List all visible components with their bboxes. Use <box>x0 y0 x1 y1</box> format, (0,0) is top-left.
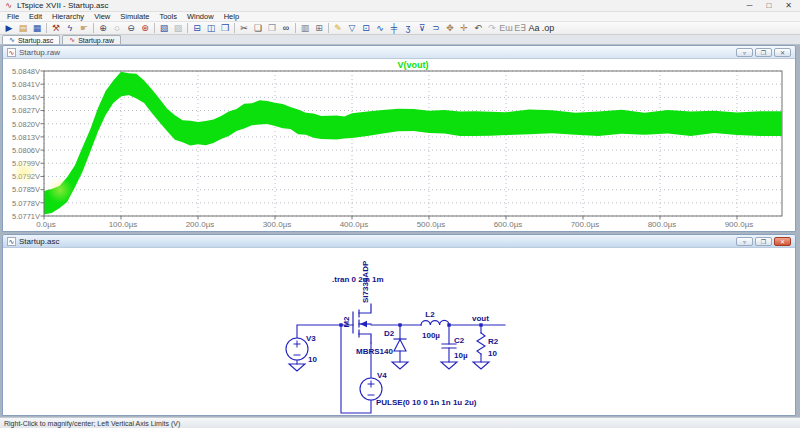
run-icon[interactable]: ▶ <box>2 22 16 34</box>
menu-tools[interactable]: Tools <box>154 12 182 21</box>
plot-border <box>44 71 782 216</box>
text-icon[interactable]: Aa <box>527 22 541 34</box>
status-text: Right-Click to magnify/center; Left Vert… <box>4 420 180 427</box>
save-icon[interactable]: ▦ <box>30 22 44 34</box>
run-man-icon[interactable]: ϟ <box>63 22 77 34</box>
tab-startup-raw[interactable]: ∿Startup.raw <box>62 35 121 44</box>
y-tick-label: 5.0792V <box>12 172 40 181</box>
zoom-back-icon[interactable]: ◌ <box>110 22 124 34</box>
toolbar-separator <box>295 23 296 33</box>
cascade-windows-icon[interactable]: ❒ <box>218 22 232 34</box>
y-tick-label: 5.0841V <box>12 80 40 89</box>
plot-settings-icon[interactable]: ▨ <box>171 22 185 34</box>
find-icon[interactable]: ∞ <box>279 22 293 34</box>
copy-icon[interactable]: ❏ <box>251 22 265 34</box>
schematic-window-title: Startup.asc <box>19 237 59 246</box>
schematic-minimize-button[interactable]: ▿ <box>736 237 753 246</box>
svg-text:V4: V4 <box>377 371 387 380</box>
zoom-in-icon[interactable]: ⊕ <box>96 22 110 34</box>
component-c2[interactable]: C2 10µ <box>442 336 468 360</box>
menu-view[interactable]: View <box>89 12 115 21</box>
menu-help[interactable]: Help <box>219 12 244 21</box>
svg-text:Si7336ADP: Si7336ADP <box>361 260 370 303</box>
print-icon[interactable]: ▥ <box>298 22 312 34</box>
spice-directive-text[interactable]: .tran 0 2m 1m <box>332 275 384 284</box>
waveform-window-title: Startup.raw <box>19 48 60 57</box>
waveform-window: ∿ Startup.raw ▿ ❐ ✕ V(vout) 5.0848V5.084… <box>2 45 796 232</box>
capacitor-icon[interactable]: ╪ <box>387 22 401 34</box>
tab-startup-asc[interactable]: ∿Startup.asc <box>2 35 60 44</box>
y-tick-label: 5.0785V <box>12 185 40 194</box>
menu-window[interactable]: Window <box>182 12 219 21</box>
toolbar-separator <box>46 23 47 33</box>
svg-text:10: 10 <box>488 349 497 358</box>
tab-label: Startup.raw <box>78 37 114 44</box>
y-tick-label: 5.0827V <box>12 106 40 115</box>
move-icon[interactable]: ✥ <box>443 22 457 34</box>
print-preview-icon[interactable]: ⊞ <box>312 22 326 34</box>
close-button[interactable]: ✕ <box>785 1 792 10</box>
component-v4[interactable]: V4 PULSE(0 10 0 1n 1n 1u 2u) <box>360 371 477 407</box>
tile-horizontal-icon[interactable]: ⊟ <box>190 22 204 34</box>
svg-text:V3: V3 <box>306 334 316 343</box>
waveform-plot-canvas[interactable]: V(vout) 5.0848V5.0841V5.0834V5.0827V5.08… <box>3 59 795 231</box>
wire-icon[interactable]: ✎ <box>331 22 345 34</box>
zoom-full-icon[interactable]: ⊛ <box>138 22 152 34</box>
component-m2[interactable]: M2 Si7336ADP <box>342 260 371 343</box>
component-v3[interactable]: V3 10 <box>286 334 317 364</box>
control-panel-icon[interactable]: ⚒ <box>49 22 63 34</box>
schematic-restore-button[interactable]: ❐ <box>755 237 772 246</box>
component-l2[interactable]: L2 100µ <box>421 310 449 340</box>
spice-directive-icon[interactable]: .op <box>541 22 555 34</box>
menu-edit[interactable]: Edit <box>24 12 47 21</box>
waveform-minimize-button[interactable]: ▿ <box>736 48 753 57</box>
label-net-icon[interactable]: ⊡ <box>359 22 373 34</box>
ground-icon[interactable]: ▽ <box>345 22 359 34</box>
tab-label: Startup.asc <box>18 37 53 44</box>
resistor-icon[interactable]: ∿ <box>373 22 387 34</box>
zoom-out-icon[interactable]: ⊖ <box>124 22 138 34</box>
drag-icon[interactable]: ✛ <box>457 22 471 34</box>
x-tick-label: 800.0µs <box>648 220 677 229</box>
rotate-icon[interactable]: Eɯ <box>499 22 513 34</box>
schematic-close-button[interactable]: ✕ <box>774 237 791 246</box>
waveform-restore-button[interactable]: ❐ <box>755 48 772 57</box>
component-icon[interactable]: ⊃ <box>429 22 443 34</box>
x-tick-label: 600.0µs <box>494 220 523 229</box>
toolbar-separator <box>93 23 94 33</box>
schematic-canvas[interactable]: .tran 0 2m 1m <box>3 248 795 415</box>
component-d2[interactable]: D2 MBRS140 <box>356 329 406 356</box>
halt-hand-icon[interactable]: ☛ <box>77 22 91 34</box>
component-r2[interactable]: R2 10 <box>477 333 499 358</box>
status-bar: Right-Click to magnify/center; Left Vert… <box>0 417 800 428</box>
svg-text:100µ: 100µ <box>422 331 440 340</box>
schematic-window-titlebar[interactable]: ∿ Startup.asc ▿ ❐ ✕ <box>3 235 795 248</box>
menu-hierarchy[interactable]: Hierarchy <box>47 12 89 21</box>
paste-icon[interactable]: ❐ <box>265 22 279 34</box>
svg-text:L2: L2 <box>425 310 435 319</box>
cut-icon[interactable]: ✂ <box>237 22 251 34</box>
tile-vertical-icon[interactable]: ◫ <box>204 22 218 34</box>
redo-icon[interactable]: ↷ <box>485 22 499 34</box>
toolbar-separator <box>154 23 155 33</box>
waveform-window-titlebar[interactable]: ∿ Startup.raw ▿ ❐ ✕ <box>3 46 795 59</box>
undo-icon[interactable]: ↶ <box>471 22 485 34</box>
maximize-button[interactable]: □ <box>766 1 771 10</box>
ground-symbols[interactable] <box>289 362 489 371</box>
diode-icon[interactable]: ⊽ <box>415 22 429 34</box>
autorange-icon[interactable]: ▧ <box>157 22 171 34</box>
mdi-area: ∿ Startup.raw ▿ ❐ ✕ V(vout) 5.0848V5.084… <box>0 45 800 417</box>
waveform-close-button[interactable]: ✕ <box>774 48 791 57</box>
trace-title[interactable]: V(vout) <box>398 60 429 70</box>
mirror-icon[interactable]: E∃ <box>513 22 527 34</box>
menu-file[interactable]: File <box>2 12 24 21</box>
inductor-icon[interactable]: ʒ <box>401 22 415 34</box>
net-label-vout[interactable]: vout <box>472 314 489 323</box>
toolbar-separator <box>187 23 188 33</box>
ltspice-file-icon: ∿ <box>7 237 16 246</box>
x-tick-label: 0.0µs <box>36 220 56 229</box>
menu-simulate[interactable]: Simulate <box>115 12 154 21</box>
open-icon[interactable]: ▤ <box>16 22 30 34</box>
trace-vout <box>44 72 782 215</box>
minimize-button[interactable]: ─ <box>747 1 753 10</box>
